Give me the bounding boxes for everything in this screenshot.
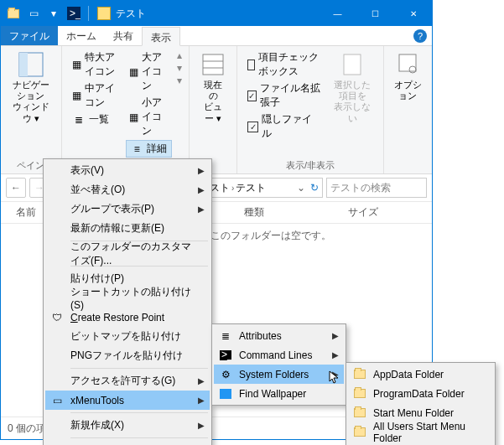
tab-home[interactable]: ホーム (58, 26, 105, 45)
layout-large[interactable]: ▦大アイコン (126, 49, 172, 94)
chk-file-ext[interactable]: ファイル名拡張子 (244, 80, 323, 111)
ribbon-group-pane: ナビゲーション ウィンドウ ▾ ペイン (1, 46, 62, 173)
folder-icon (353, 426, 366, 439)
breadcrumb-folder2[interactable]: テスト (236, 181, 266, 195)
separator (70, 412, 208, 413)
separator (88, 6, 89, 21)
separator (70, 437, 208, 438)
menu-paste-png[interactable]: PNGファイルを貼り付け (45, 346, 210, 365)
menu-view[interactable]: 表示(V)▶ (45, 161, 210, 180)
options-button[interactable]: オプション (391, 49, 425, 103)
menu-properties[interactable]: プロパティ(R) (45, 441, 210, 445)
chevron-right-icon: ▶ (332, 331, 339, 340)
menu-access[interactable]: アクセスを許可する(G)▶ (45, 371, 210, 391)
layout-list[interactable]: ≣一覧 (69, 111, 121, 127)
search-input[interactable]: テストの検索 (326, 178, 427, 198)
list-icon: ≣ (72, 113, 86, 127)
svg-text:>_: >_ (70, 8, 81, 19)
menu-appdata[interactable]: AppData Folder (348, 365, 493, 384)
folder-icon (4, 4, 23, 23)
refresh-icon[interactable]: ↻ (310, 182, 319, 194)
menu-customize[interactable]: このフォルダーのカスタマイズ(F)... (45, 244, 210, 263)
details-icon: ≡ (130, 142, 143, 156)
menu-allusers-startmenu[interactable]: All Users Start Menu Folder (348, 422, 493, 442)
help-icon[interactable]: ? (413, 29, 427, 43)
options-icon (394, 51, 421, 78)
window-folder-icon (97, 7, 111, 20)
col-name[interactable]: 名前 (16, 205, 36, 220)
menu-refresh[interactable]: 最新の情報に更新(E) (45, 219, 210, 238)
menu-new[interactable]: 新規作成(X)▶ (45, 416, 210, 435)
tab-share[interactable]: 共有 (105, 26, 142, 45)
navigation-pane-button[interactable]: ナビゲーション ウィンドウ ▾ (8, 49, 55, 126)
layout-extra-large[interactable]: ▦特大アイコン (69, 49, 121, 80)
col-type[interactable]: 種類 (244, 205, 264, 220)
quick-access-toolbar: ▭ ▾ >_ (1, 4, 96, 23)
terminal-icon: >_ (219, 349, 232, 362)
menu-group[interactable]: グループで表示(P)▶ (45, 199, 210, 219)
ribbon-group-layout: ▦特大アイコン ▦中アイコン ≣一覧 ▦大アイコン ▦小アイコン ≡詳細 ▴ ▾… (62, 46, 190, 173)
chk-hidden-files[interactable]: 隠しファイル (244, 111, 323, 142)
svg-rect-8 (399, 54, 416, 71)
menu-paste-bitmap[interactable]: ビットマップを貼り付け (45, 327, 210, 346)
close-button[interactable]: ✕ (394, 1, 432, 26)
minimize-button[interactable]: — (319, 1, 356, 26)
back-button[interactable]: ← (6, 178, 26, 198)
layout-medium[interactable]: ▦中アイコン (69, 80, 121, 111)
properties-icon[interactable]: ▭ (24, 4, 43, 23)
layout-scroll-down[interactable]: ▾ (177, 62, 182, 74)
maximize-button[interactable]: ☐ (356, 1, 394, 26)
small-icon: ▦ (129, 111, 138, 124)
titlebar[interactable]: ▭ ▾ >_ テスト — ☐ ✕ (1, 1, 432, 26)
current-view-button[interactable]: 現在の ビュー ▾ (196, 49, 230, 126)
powershell-icon[interactable]: >_ (65, 4, 83, 23)
menu-programdata[interactable]: ProgramData Folder (348, 384, 493, 403)
menu-command-lines[interactable]: >_Command Lines▶ (214, 345, 344, 365)
menu-attributes[interactable]: ≣Attributes▶ (214, 326, 344, 345)
chevron-right-icon: ▶ (198, 166, 205, 175)
new-folder-icon[interactable]: ▾ (44, 4, 63, 23)
context-menu: 表示(V)▶ 並べ替え(O)▶ グループで表示(P)▶ 最新の情報に更新(E) … (43, 158, 212, 445)
menu-sort[interactable]: 並べ替え(O)▶ (45, 180, 210, 199)
menu-xmenutools[interactable]: ▭xMenuTools▶ (45, 391, 210, 410)
hide-selected-button[interactable]: 選択した項目を 表示しない (329, 49, 377, 126)
chk-item-checkboxes[interactable]: 項目チェック ボックス (244, 49, 323, 80)
layout-scroll-up[interactable]: ▴ (177, 49, 182, 61)
ribbon-group-options: オプション (384, 46, 432, 173)
medium-icon: ▦ (72, 89, 81, 102)
breadcrumb-dropdown[interactable]: ⌄ (297, 182, 305, 194)
menu-find-wallpaper[interactable]: Find Wallpaper (214, 384, 344, 403)
submenu-system-folders: AppData Folder ProgramData Folder Start … (346, 362, 496, 445)
svg-rect-3 (19, 53, 28, 76)
navigation-pane-icon (18, 51, 44, 78)
list-icon: ≣ (219, 329, 232, 343)
menu-paste-shortcut[interactable]: ショートカットの貼り付け(S) (45, 288, 210, 308)
group-label-showhide: 表示/非表示 (244, 158, 376, 172)
checkbox-on-icon (247, 122, 258, 132)
svg-text:>_: >_ (221, 350, 231, 360)
layout-expand[interactable]: ▾ (177, 75, 182, 86)
large-icon: ▦ (129, 65, 138, 79)
ribbon-group-current-view: 現在の ビュー ▾ (190, 46, 237, 173)
chevron-right-icon: ▶ (198, 204, 205, 214)
ribbon-group-showhide: 項目チェック ボックス ファイル名拡張子 隠しファイル 選択した項目を 表示しな… (237, 46, 383, 173)
col-size[interactable]: サイズ (348, 205, 378, 220)
extra-large-icon: ▦ (72, 58, 81, 71)
chevron-right-icon: ▶ (198, 185, 205, 194)
layout-small[interactable]: ▦小アイコン (126, 95, 172, 139)
svg-rect-12 (220, 389, 231, 399)
tab-view[interactable]: 表示 (142, 27, 180, 46)
ribbon: ナビゲーション ウィンドウ ▾ ペイン ▦特大アイコン ▦中アイコン ≣一覧 ▦… (1, 46, 432, 174)
svg-rect-4 (203, 54, 223, 75)
menu-restore-point[interactable]: 🛡Create Restore Point (45, 308, 210, 327)
menu-system-folders[interactable]: ⚙System Folders▶ (214, 365, 344, 384)
separator (70, 368, 208, 369)
layout-details[interactable]: ≡詳細 (126, 140, 172, 158)
window-title: テスト (116, 7, 319, 21)
wallpaper-icon (219, 387, 232, 401)
svg-rect-7 (344, 54, 361, 75)
group-label-options (391, 160, 425, 172)
menu-temp[interactable]: Temp Folder (348, 442, 493, 445)
tab-file[interactable]: ファイル (1, 26, 58, 45)
submenu-xmenutools: ≣Attributes▶ >_Command Lines▶ ⚙System Fo… (211, 323, 346, 406)
